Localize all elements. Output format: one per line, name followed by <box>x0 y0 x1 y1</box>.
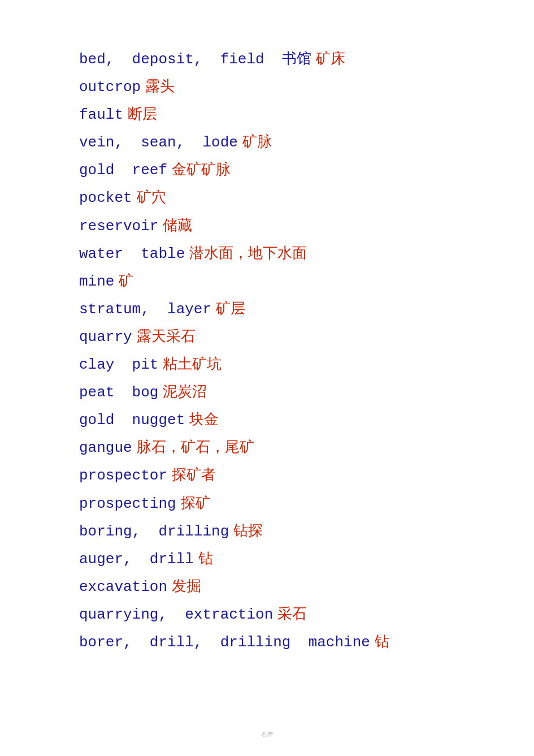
list-item: quarry露天采石 <box>79 323 455 351</box>
chinese-translation: 金矿矿脉 <box>172 156 231 183</box>
english-term: quarry <box>79 323 132 351</box>
list-item: excavation发掘 <box>79 573 455 601</box>
english-term: outcrop <box>79 74 141 101</box>
english-term: clay pit <box>79 351 158 378</box>
english-term: gold reef <box>79 157 167 184</box>
list-item: borer, drill, drilling machine钻 <box>79 628 455 656</box>
list-item: mine矿 <box>79 267 455 295</box>
english-term: reservoir <box>79 213 158 240</box>
page: bed, deposit, field 书馆矿床outcrop露头fault断层… <box>0 0 534 756</box>
english-term: water table <box>79 240 185 267</box>
chinese-translation: 矿床 <box>316 45 345 72</box>
list-item: water table潜水面，地下水面 <box>79 240 455 267</box>
chinese-translation: 钻探 <box>233 517 263 545</box>
list-item: vein, sean, lode矿脉 <box>79 128 455 156</box>
chinese-translation: 潜水面，地下水面 <box>189 240 307 267</box>
chinese-translation: 露头 <box>145 73 175 100</box>
list-item: prospector探矿者 <box>79 461 455 489</box>
chinese-translation: 脉石，矿石，尾矿 <box>137 434 254 461</box>
chinese-translation: 储藏 <box>163 212 192 239</box>
list-item: gold nugget块金 <box>79 406 455 434</box>
english-term: quarrying, extraction <box>79 601 273 628</box>
chinese-translation: 钻 <box>375 628 389 655</box>
english-term: prospector <box>79 462 167 489</box>
vocab-list: bed, deposit, field 书馆矿床outcrop露头fault断层… <box>79 45 455 656</box>
english-term: mine <box>79 268 114 295</box>
chinese-translation: 矿穴 <box>137 184 166 211</box>
english-term: pocket <box>79 184 132 211</box>
chinese-translation: 粘土矿坑 <box>163 351 222 378</box>
list-item: peat bog泥炭沼 <box>79 378 455 406</box>
english-term: boring, drilling <box>79 518 229 545</box>
chinese-translation: 泥炭沼 <box>163 378 207 405</box>
english-term: gangue <box>79 434 132 461</box>
chinese-translation: 探矿者 <box>172 461 216 489</box>
chinese-translation: 矿 <box>119 267 133 295</box>
list-item: bed, deposit, field 书馆矿床 <box>79 45 455 73</box>
list-item: outcrop露头 <box>79 73 455 101</box>
list-item: quarrying, extraction采石 <box>79 601 455 628</box>
chinese-translation: 发掘 <box>172 573 201 600</box>
list-item: prospecting探矿 <box>79 490 455 517</box>
watermark: 石库 <box>261 731 273 739</box>
chinese-translation: 矿脉 <box>242 128 272 155</box>
chinese-translation: 块金 <box>189 406 219 433</box>
list-item: auger, drill钻 <box>79 545 455 573</box>
english-term: excavation <box>79 573 167 601</box>
list-item: reservoir储藏 <box>79 212 455 240</box>
english-term: stratum, layer <box>79 296 211 323</box>
chinese-translation: 钻 <box>198 545 213 572</box>
chinese-translation: 采石 <box>277 601 307 628</box>
english-term: peat bog <box>79 379 158 406</box>
list-item: fault断层 <box>79 101 455 128</box>
chinese-translation: 探矿 <box>181 490 210 517</box>
english-term: auger, drill <box>79 546 194 573</box>
chinese-translation: 露天采石 <box>137 323 196 350</box>
list-item: gold reef金矿矿脉 <box>79 156 455 184</box>
list-item: clay pit粘土矿坑 <box>79 351 455 378</box>
english-term: borer, drill, drilling machine <box>79 629 370 656</box>
chinese-translation: 断层 <box>128 101 157 128</box>
chinese-translation: 矿层 <box>216 295 245 322</box>
english-term: bed, deposit, field 书馆 <box>79 46 311 73</box>
list-item: boring, drilling钻探 <box>79 517 455 545</box>
english-term: gold nugget <box>79 407 185 434</box>
list-item: stratum, layer矿层 <box>79 295 455 323</box>
english-term: prospecting <box>79 490 176 517</box>
english-term: fault <box>79 101 123 128</box>
english-term: vein, sean, lode <box>79 129 238 156</box>
list-item: pocket矿穴 <box>79 184 455 211</box>
list-item: gangue脉石，矿石，尾矿 <box>79 434 455 461</box>
